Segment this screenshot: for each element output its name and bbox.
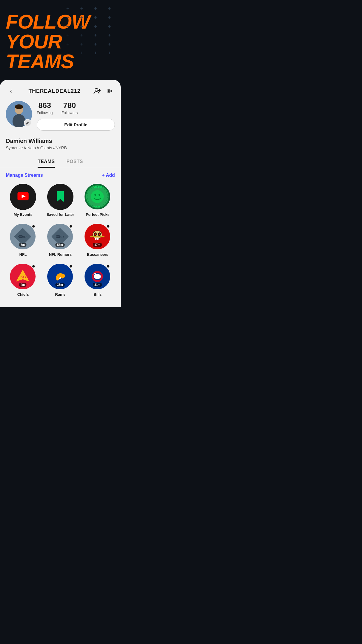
followers-label: Followers <box>61 111 78 115</box>
svg-point-14 <box>91 190 104 203</box>
profile-header: ‹ THEREALDEAL212 <box>0 80 121 101</box>
bills-timer: 31m <box>93 283 102 287</box>
svg-marker-3 <box>108 89 113 93</box>
svg-text:BR: BR <box>22 235 27 239</box>
header-icons <box>93 86 115 96</box>
nfl-rumors-timer: 56m <box>55 243 65 247</box>
stream-icon-wrap-perfect-picks: PERFECT PICKS <box>85 184 111 210</box>
stream-name-saved: Saved for Later <box>47 212 74 217</box>
back-button[interactable]: ‹ <box>6 86 16 96</box>
avatar-wrap <box>6 101 32 127</box>
streams-section: Manage Streams + Add My Events <box>0 168 121 301</box>
nfl-icon: BR 5m <box>10 224 36 249</box>
svg-point-7 <box>15 104 23 109</box>
saved-icon <box>47 184 73 210</box>
svg-rect-34 <box>97 238 99 240</box>
streams-header: Manage Streams + Add <box>6 173 115 178</box>
svg-marker-36 <box>90 236 92 237</box>
stream-item-nfl-rumors[interactable]: BR 56m NFL Rumors <box>43 224 78 257</box>
stream-item-buccaneers[interactable]: 17m Buccaneers <box>80 224 115 257</box>
stream-name-perfect-picks: Perfect Picks <box>86 212 110 217</box>
pencil-icon <box>26 121 29 125</box>
edit-avatar-button[interactable] <box>24 119 31 127</box>
svg-text:PERFECT: PERFECT <box>93 186 102 188</box>
chiefs-dot <box>32 265 35 268</box>
svg-text:LA: LA <box>57 276 62 280</box>
stream-name-bills: Bills <box>94 292 101 297</box>
tab-posts[interactable]: POSTS <box>66 156 83 168</box>
perfect-picks-icon: PERFECT PICKS <box>85 184 110 209</box>
stream-icon-wrap-chiefs: KC 4m <box>10 264 36 290</box>
buccaneers-icon: 17m <box>85 224 110 249</box>
stream-item-my-events[interactable]: My Events <box>6 184 40 217</box>
svg-marker-11 <box>57 191 64 202</box>
edit-profile-button[interactable]: Edit Profile <box>37 119 115 131</box>
chiefs-icon: KC 4m <box>10 264 36 289</box>
stats-row: 863 Following 780 Followers <box>37 101 115 115</box>
svg-rect-33 <box>95 238 96 240</box>
following-label: Following <box>37 111 53 115</box>
manage-streams-button[interactable]: Manage Streams <box>6 173 43 178</box>
profile-tabs: TEAMS POSTS <box>0 156 121 168</box>
svg-point-0 <box>95 88 98 91</box>
stream-item-bills[interactable]: 31m Bills <box>80 264 115 297</box>
profile-bio: Syracuse // Nets // Giants //NYRB <box>0 146 121 156</box>
buccaneers-logo <box>89 228 106 245</box>
svg-text:KC: KC <box>20 275 26 279</box>
bills-icon: 31m <box>85 264 110 289</box>
stream-icon-wrap-my-events <box>10 184 36 210</box>
stream-icon-wrap-rams: LA 35m <box>47 264 73 290</box>
hero-section: + + + + + + + + + + + + + + + + + + + + … <box>0 0 121 80</box>
share-icon <box>107 88 113 94</box>
stream-icon-wrap-bills: 31m <box>85 264 111 290</box>
stream-item-perfect-picks[interactable]: PERFECT PICKS Perfect Picks <box>80 184 115 217</box>
stream-icon-wrap-nfl-rumors: BR 56m <box>47 224 73 250</box>
share-button[interactable] <box>106 86 115 96</box>
svg-point-30 <box>95 234 96 235</box>
svg-point-45 <box>95 274 97 276</box>
profile-info: 863 Following 780 Followers Edit Profile <box>0 101 121 135</box>
svg-point-16 <box>99 194 100 196</box>
nfl-rumors-icon: BR 56m <box>47 224 73 249</box>
chiefs-timer: 4m <box>19 283 27 287</box>
plus-grid-decoration: + + + + + + + + + + + + + + + + + + + + … <box>57 0 121 80</box>
stream-item-nfl[interactable]: BR 5m NFL <box>6 224 40 257</box>
stream-name-nfl-rumors: NFL Rumors <box>49 252 72 257</box>
stream-name-buccaneers: Buccaneers <box>87 252 108 257</box>
following-stat: 863 Following <box>37 101 53 115</box>
add-friend-icon <box>94 88 101 94</box>
stream-name-my-events: My Events <box>14 212 32 217</box>
buccaneers-timer: 17m <box>93 243 102 247</box>
profile-card: ‹ THEREALDEAL212 <box>0 80 121 307</box>
bills-dot <box>107 265 110 268</box>
nfl-dot <box>32 225 35 228</box>
followers-stat: 780 Followers <box>61 101 78 115</box>
stream-item-chiefs[interactable]: KC 4m Chiefs <box>6 264 40 297</box>
tab-teams[interactable]: TEAMS <box>38 156 55 168</box>
svg-point-31 <box>99 234 100 235</box>
svg-point-15 <box>94 194 96 196</box>
rams-timer: 35m <box>55 283 65 287</box>
streams-grid: My Events Saved for Later <box>6 184 115 297</box>
rams-icon: LA 35m <box>47 264 73 289</box>
stream-icon-wrap-nfl: BR 5m <box>10 224 36 250</box>
stream-item-rams[interactable]: LA 35m Rams <box>43 264 78 297</box>
followers-count: 780 <box>61 101 78 110</box>
stats-edit-section: 863 Following 780 Followers Edit Profile <box>37 101 115 131</box>
stream-name-rams: Rams <box>55 292 65 297</box>
svg-text:BR: BR <box>59 235 64 239</box>
rams-dot <box>69 265 72 268</box>
play-button-icon <box>17 192 29 202</box>
stream-icon-wrap-saved <box>47 184 73 210</box>
add-friend-button[interactable] <box>93 86 102 96</box>
add-stream-button[interactable]: + Add <box>102 173 115 178</box>
username: THEREALDEAL212 <box>29 88 80 94</box>
stream-item-saved[interactable]: Saved for Later <box>43 184 78 217</box>
stream-name-chiefs: Chiefs <box>17 292 29 297</box>
nfl-rumors-dot <box>69 225 72 228</box>
perfect-picks-graphic: PERFECT PICKS <box>85 185 109 209</box>
buccaneers-dot <box>107 225 110 228</box>
my-events-icon <box>10 184 36 210</box>
bookmark-icon <box>56 191 65 202</box>
profile-name: Damien Williams <box>0 135 121 146</box>
